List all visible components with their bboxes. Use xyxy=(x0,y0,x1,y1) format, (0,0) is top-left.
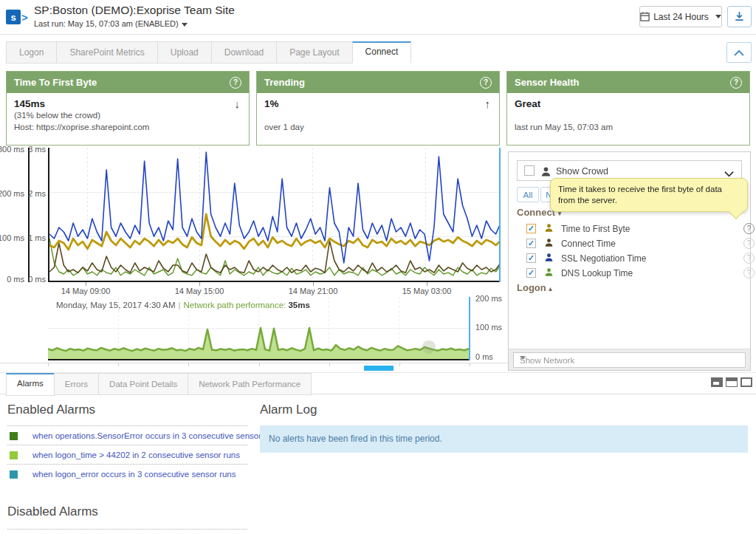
track-tick xyxy=(470,363,470,366)
select-all-button[interactable]: All xyxy=(517,187,539,202)
bottom-panel-tabs: Alarms Errors Data Point Details Network… xyxy=(0,372,756,394)
panel-size-full-icon[interactable] xyxy=(740,377,752,387)
series-label: SSL Negotiation Time xyxy=(561,253,647,264)
track-tick xyxy=(259,363,260,366)
y-axis-label: 3 ms xyxy=(15,145,46,154)
separator: | xyxy=(176,301,184,309)
track-tick xyxy=(188,363,189,366)
chevron-up-icon xyxy=(734,49,744,56)
help-icon[interactable]: ? xyxy=(743,238,755,249)
tab-errors[interactable]: Errors xyxy=(54,373,99,395)
sensor-tabs: Logon SharePoint Metrics Upload Download… xyxy=(6,41,411,64)
enabled-alarms-list: when operations.SensorError occurs in 3 … xyxy=(7,425,247,483)
series-item-connect-time[interactable]: ✓ Connect Time ? xyxy=(526,236,616,250)
alarm-link[interactable]: when logon_time > 44202 in 2 consecutive… xyxy=(32,451,240,459)
series-checkbox[interactable]: ✓ xyxy=(526,253,536,263)
x-axis-label: 14 May 21:00 xyxy=(276,287,350,295)
tab-data-point-details[interactable]: Data Point Details xyxy=(98,373,188,395)
track-tick xyxy=(48,363,49,366)
card-time-to-first-byte: Time To First Byte? 145ms ↓ (31% below t… xyxy=(6,71,250,146)
last-run-text: Last run: May 15, 07:03 am (ENABLED) xyxy=(34,19,179,28)
collapse-panel-button[interactable] xyxy=(726,42,752,63)
tab-sharepoint-metrics[interactable]: SharePoint Metrics xyxy=(56,41,157,64)
logon-section-header[interactable]: Logon ▴ xyxy=(517,282,552,293)
hover-datetime: Monday, May 15, 2017 4:30 AM xyxy=(56,301,176,309)
panel-footer: Show Network xyxy=(509,349,750,370)
panel-size-small-icon[interactable] xyxy=(711,377,723,387)
help-icon[interactable]: ? xyxy=(480,77,492,89)
panel-size-half-icon[interactable] xyxy=(726,377,738,387)
tab-alarms[interactable]: Alarms xyxy=(6,373,55,396)
connect-metrics-chart[interactable] xyxy=(48,148,501,282)
metric-period: over 1 day xyxy=(264,121,492,133)
page-title: SP:Boston (DEMO):Exoprise Team Site xyxy=(34,4,235,17)
metric-lastrun: last run May 15, 07:03 am xyxy=(515,121,742,133)
timeline-scrollbar-track[interactable] xyxy=(0,363,517,363)
metric-value: Great xyxy=(515,98,742,109)
timeline-scrollbar-thumb[interactable] xyxy=(364,366,394,371)
card-title: Trending xyxy=(264,77,305,88)
x-tick xyxy=(313,282,314,286)
person-icon xyxy=(544,267,554,280)
panel-size-controls xyxy=(711,377,752,387)
series-label: DNS Lookup Time xyxy=(561,268,633,278)
help-icon[interactable]: ? xyxy=(743,253,755,264)
series-item-time-to-first-byte[interactable]: ✓ Time to First Byte ? xyxy=(526,222,630,235)
alarm-row: when logon_time > 44202 in 2 consecutive… xyxy=(7,445,247,464)
series-checkbox[interactable]: ✓ xyxy=(526,268,536,278)
caret-down-icon xyxy=(520,356,526,360)
alarm-row: when logon_error occurs in 3 consecutive… xyxy=(7,464,247,483)
series-item-dns-lookup-time[interactable]: ✓ DNS Lookup Time ? xyxy=(526,266,633,279)
network-y-label: 100 ms xyxy=(475,323,502,332)
y-axis-label: 2 ms xyxy=(15,189,46,198)
download-icon xyxy=(734,11,745,22)
metric-host: Host: https://xoprise.sharepoint.com xyxy=(14,121,241,133)
y-axis-label: 0 ms xyxy=(15,275,46,284)
tab-network-path-performance[interactable]: Network Path Performance xyxy=(188,373,312,395)
series-item-ssl-negotiation-time[interactable]: ✓ SSL Negotiation Time ? xyxy=(526,251,647,264)
tab-logon[interactable]: Logon xyxy=(6,41,57,64)
person-icon xyxy=(540,166,551,180)
network-metric-value: 35ms xyxy=(288,301,309,309)
tab-connect[interactable]: Connect xyxy=(352,41,412,64)
series-checkbox[interactable]: ✓ xyxy=(526,239,536,248)
y-axis-label: 1 ms xyxy=(15,233,46,242)
time-range-button[interactable]: Last 24 Hours xyxy=(639,6,722,27)
track-tick xyxy=(118,363,119,366)
track-tick xyxy=(329,363,330,366)
alarm-row: when operations.SensorError occurs in 3 … xyxy=(7,425,247,445)
download-button[interactable] xyxy=(727,6,752,27)
tab-page-layout[interactable]: Page Layout xyxy=(276,41,352,64)
tab-download[interactable]: Download xyxy=(211,41,277,64)
network-crosshair-line xyxy=(469,297,470,360)
last-run-status[interactable]: Last run: May 15, 07:03 am (ENABLED) xyxy=(34,19,188,28)
tab-upload[interactable]: Upload xyxy=(157,41,212,64)
network-chart-title: Monday, May 15, 2017 4:30 AM|Network pat… xyxy=(56,301,310,309)
help-tooltip: Time it takes to receive the first byte … xyxy=(550,178,748,212)
series-checkbox[interactable]: ✓ xyxy=(526,224,536,233)
show-network-label: Show Network xyxy=(520,356,574,365)
section-label: Connect xyxy=(517,207,555,218)
connect-metrics-canvas xyxy=(49,148,501,281)
x-tick xyxy=(427,282,427,286)
alarm-color-swatch xyxy=(10,432,18,440)
x-axis-label: 14 May 09:00 xyxy=(49,287,123,295)
help-icon[interactable]: ? xyxy=(743,267,755,278)
chart-crosshair-line xyxy=(499,148,501,282)
help-icon[interactable]: ? xyxy=(730,77,742,89)
tooltip-text: Time it takes to receive the first byte … xyxy=(558,185,722,205)
sharepoint-logo-chevron: > xyxy=(21,11,28,24)
metric-value: 145ms xyxy=(14,98,241,109)
y-axis-line xyxy=(28,148,30,282)
top-header: s > SP:Boston (DEMO):Exoprise Team Site … xyxy=(0,0,756,35)
alarm-link[interactable]: when operations.SensorError occurs in 3 … xyxy=(32,431,281,440)
alarm-link[interactable]: when logon_error occurs in 3 consecutive… xyxy=(32,470,236,479)
chevron-down-icon xyxy=(182,23,188,27)
help-icon[interactable]: ? xyxy=(743,223,755,234)
network-y-label: 0 ms xyxy=(475,352,493,361)
show-network-select[interactable]: Show Network xyxy=(513,352,746,368)
help-icon[interactable]: ? xyxy=(230,77,241,89)
calendar-icon xyxy=(640,12,650,21)
series-label: Connect Time xyxy=(561,239,616,249)
show-crowd-checkbox[interactable] xyxy=(524,165,535,176)
